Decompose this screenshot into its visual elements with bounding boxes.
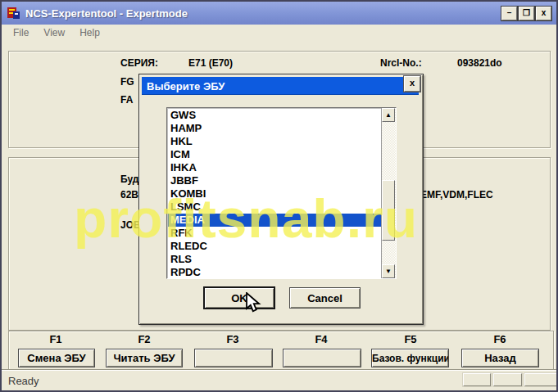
window-titlebar: NCS-Expertentool - Expertmode – ❐ x — [2, 2, 556, 25]
fg-label: FG — [120, 76, 134, 88]
cancel-button[interactable]: Cancel — [289, 287, 361, 309]
status-bar: Ready — [2, 369, 556, 390]
list-item[interactable]: RFK — [168, 227, 382, 240]
list-item-selected[interactable]: MEDIA — [168, 214, 382, 227]
fkey-label-f6: F6 — [459, 333, 541, 345]
status-panel — [524, 373, 557, 386]
window-title: NCS-Expertentool - Expertmode — [25, 7, 188, 20]
scroll-up-icon[interactable]: ▲ — [382, 108, 395, 122]
fa-label: FA — [120, 94, 133, 106]
status-panel — [463, 373, 491, 386]
fkey-label-f4: F4 — [280, 333, 362, 345]
seria-label: СЕРИЯ: — [120, 57, 158, 69]
select-ecu-dialog: Выберите ЭБУ x GWS HAMP HKL ICM IHKA JBB… — [138, 74, 424, 325]
ok-button[interactable]: OK — [203, 286, 275, 309]
list-item[interactable]: GWS — [168, 109, 382, 122]
list-item[interactable]: HAMP — [168, 122, 382, 135]
f2-button[interactable]: Читать ЭБУ — [106, 349, 183, 367]
app-window: NCS-Expertentool - Expertmode – ❐ x File… — [0, 0, 558, 392]
dialog-close-icon[interactable]: x — [404, 76, 420, 92]
fkey-label-f1: F1 — [15, 333, 97, 345]
scroll-down-icon[interactable]: ▼ — [382, 264, 395, 278]
scrollbar-thumb[interactable] — [382, 180, 395, 241]
f4-button[interactable] — [283, 349, 361, 367]
menu-view[interactable]: View — [40, 26, 68, 39]
status-panel — [493, 373, 522, 386]
job-text-fragment-right: EMF,VDM,FLEC — [420, 189, 493, 201]
status-text: Ready — [8, 375, 39, 387]
list-item[interactable]: JBBF — [168, 174, 382, 187]
list-item[interactable]: KOMBI — [168, 187, 382, 201]
list-item[interactable]: RLEDC — [168, 240, 382, 253]
list-item[interactable]: ICM — [168, 148, 382, 161]
list-item[interactable]: IHKA — [168, 161, 382, 174]
list-item[interactable]: RPDC — [168, 266, 382, 279]
maximize-button[interactable]: ❐ — [519, 7, 534, 20]
f1-button[interactable]: Смена ЭБУ — [18, 349, 95, 367]
nrcl-value: 093821do — [457, 57, 502, 69]
f3-button[interactable] — [194, 349, 273, 367]
menu-bar: File View Help — [2, 25, 556, 41]
minimize-button[interactable]: – — [501, 7, 517, 20]
list-item[interactable]: RLS — [168, 253, 382, 266]
dialog-title: Выберите ЭБУ — [147, 80, 225, 92]
fkey-label-f3: F3 — [192, 333, 274, 345]
list-item[interactable]: HKL — [168, 135, 382, 148]
menu-file[interactable]: File — [10, 26, 32, 39]
menu-help[interactable]: Help — [76, 26, 103, 39]
dialog-titlebar: Выберите ЭБУ — [142, 77, 419, 95]
seria-value: E71 (E70) — [188, 57, 233, 69]
f6-button[interactable]: Назад — [461, 349, 539, 367]
app-icon — [7, 7, 20, 20]
list-item[interactable]: LSMC — [168, 201, 382, 214]
f5-button[interactable]: Базов. функции — [371, 349, 449, 367]
listbox-scrollbar[interactable]: ▲ ▼ — [381, 108, 396, 278]
close-button[interactable]: x — [536, 7, 551, 20]
ecu-listbox: GWS HAMP HKL ICM IHKA JBBF KOMBI LSMC ME… — [166, 107, 397, 279]
fkey-label-f5: F5 — [370, 333, 451, 345]
nrcl-label: Nrcl-No.: — [380, 57, 422, 69]
fkey-label-f2: F2 — [103, 333, 185, 345]
